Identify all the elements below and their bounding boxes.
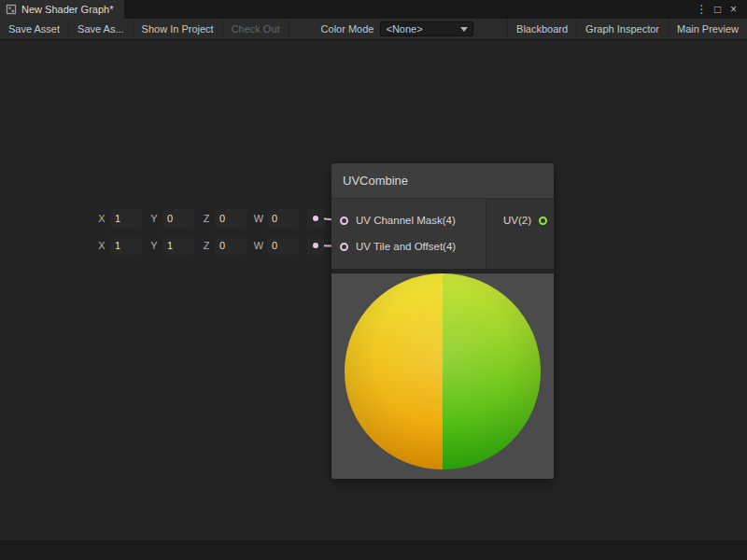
graph-inspector-toggle-button[interactable]: Graph Inspector [576,19,668,39]
color-mode-label: Color Mode [321,23,374,35]
input-port-icon[interactable] [340,243,348,251]
preview-sphere [345,273,541,469]
vector-field-y[interactable]: 1 [162,236,194,255]
port-dot-icon [313,216,318,221]
vector4-slot-row-1: X 1 Y 0 Z 0 W 0 [96,209,324,228]
window-controls: ⋮ □ × [694,0,747,19]
input-port-row: UV Channel Mask(4) [331,207,486,233]
node-input-ports: UV Channel Mask(4) UV Tile and Offset(4) [331,199,486,269]
color-mode-dropdown[interactable]: <None> [380,21,473,36]
check-out-button[interactable]: Check Out [223,19,289,39]
sphere-shading [345,273,541,469]
vector-field-y[interactable]: 0 [162,209,194,228]
axis-label-y: Y [148,213,160,224]
blackboard-toggle-button[interactable]: Blackboard [507,19,576,39]
show-in-project-button[interactable]: Show In Project [134,19,223,39]
vector-field-value: 0 [272,213,277,224]
vector-field-w[interactable]: 0 [267,209,299,228]
toolbar-right-group: Blackboard Graph Inspector Main Preview [507,19,747,39]
vector-field-value: 1 [115,240,120,251]
vector4-slot-row-2: X 1 Y 1 Z 0 W 0 [96,236,324,255]
vector-field-w[interactable]: 0 [267,236,299,255]
window-menu-icon[interactable]: ⋮ [694,0,710,19]
vector-field-value: 0 [219,240,225,251]
vector-field-value: 0 [272,240,277,251]
save-asset-button[interactable]: Save Asset [0,19,69,39]
port-dot-icon [313,243,318,248]
save-as-button[interactable]: Save As... [69,19,134,39]
tab-title: New Shader Graph* [21,4,113,15]
node-uvcombine[interactable]: UVCombine UV Channel Mask(4) UV Tile and… [331,163,554,479]
vector-field-value: 0 [167,213,173,224]
node-title: UVCombine [343,174,408,188]
axis-label-w: W [253,240,264,251]
node-ports: UV Channel Mask(4) UV Tile and Offset(4)… [331,199,554,269]
slot-connector[interactable] [307,209,324,228]
main-preview-toggle-button[interactable]: Main Preview [668,19,747,39]
axis-label-z: Z [201,213,212,224]
output-port-row: UV(2) [503,207,554,233]
vector-field-z[interactable]: 0 [215,209,247,228]
input-port-icon[interactable] [340,217,348,225]
vector-field-z[interactable]: 0 [215,236,247,255]
color-mode-value: <None> [386,23,422,35]
color-mode-group: Color Mode <None> [314,19,482,39]
slot-connector[interactable] [307,236,324,255]
input-port-row: UV Tile and Offset(4) [331,233,486,259]
shader-graph-icon [6,4,17,15]
graph-toolbar: Save Asset Save As... Show In Project Ch… [0,19,747,40]
vector-field-value: 1 [115,213,120,224]
node-output-ports: UV(2) [486,199,554,269]
axis-label-z: Z [201,240,212,251]
output-port-icon[interactable] [539,217,547,225]
vector-field-value: 1 [167,240,173,251]
node-title-bar[interactable]: UVCombine [331,163,554,199]
axis-label-y: Y [148,240,160,251]
vector-field-x[interactable]: 1 [110,209,142,228]
axis-label-w: W [253,213,264,224]
axis-label-x: X [96,240,107,251]
vector-field-x[interactable]: 1 [110,236,142,255]
chevron-down-icon [460,27,468,32]
bottom-window-edge [0,540,747,560]
output-port-label: UV(2) [503,215,531,226]
axis-label-x: X [96,213,107,224]
node-preview [331,273,554,479]
maximize-icon[interactable]: □ [710,0,726,19]
input-port-label: UV Tile and Offset(4) [356,241,456,252]
input-port-label: UV Channel Mask(4) [356,215,456,226]
vector-field-value: 0 [219,213,225,224]
tab-shader-graph[interactable]: New Shader Graph* [0,0,124,19]
window-tab-bar: New Shader Graph* ⋮ □ × [0,0,747,19]
close-icon[interactable]: × [726,0,741,19]
